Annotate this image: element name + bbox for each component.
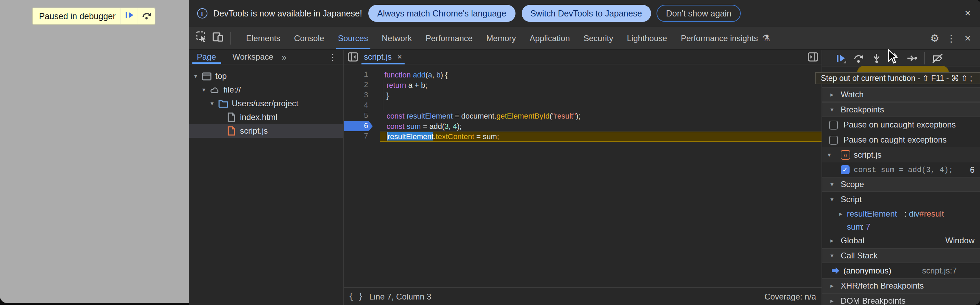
expand-arrow-icon[interactable]: ▸: [830, 237, 834, 244]
expand-arrow-icon[interactable]: ▾: [830, 196, 834, 203]
code-token: = add(: [421, 122, 444, 130]
line-number[interactable]: 5: [348, 111, 368, 121]
tab-workspace[interactable]: Workspace: [224, 50, 282, 64]
coverage-label: Coverage: n/a: [764, 292, 816, 301]
line-number[interactable]: 2: [348, 80, 368, 90]
expand-arrow-icon[interactable]: ▾: [194, 73, 197, 80]
resume-script-button[interactable]: [121, 8, 138, 24]
tab-lighthouse[interactable]: Lighthouse: [620, 27, 674, 50]
navigator-pane: Page Workspace » ⋮ ▾top▾file://▾Users/us…: [189, 50, 343, 305]
sidebar-bp-entry-const-sum-add-3-4-[interactable]: ✓const sum = add(3, 4);6: [822, 163, 980, 177]
line-number[interactable]: 4: [348, 101, 368, 111]
expand-arrow-icon[interactable]: ▾: [210, 100, 213, 107]
code-line[interactable]: }: [380, 90, 821, 101]
code-token: function: [384, 70, 411, 78]
dont-show-again-button[interactable]: Don't show again: [657, 5, 741, 22]
code-token: 4: [453, 122, 457, 130]
tree-item-top[interactable]: ▾top: [189, 69, 343, 83]
settings-button[interactable]: ⚙: [927, 30, 943, 46]
tab-elements[interactable]: Elements: [239, 27, 287, 50]
tab-performance[interactable]: Performance: [418, 27, 479, 50]
sidebar-scope-var-resultelement[interactable]: ▸resultElement: div#result: [822, 207, 980, 220]
expand-arrow-icon[interactable]: ▾: [202, 86, 205, 93]
code-line[interactable]: const sum = add(3, 4);: [380, 121, 821, 131]
step-over-button[interactable]: [850, 51, 867, 65]
code-line[interactable]: resultElement.textContent = sum;: [380, 131, 821, 142]
code-token: const: [387, 122, 405, 130]
tree-item-users-user-project[interactable]: ▾Users/user/project: [189, 97, 343, 110]
sidebar-shead-dom-breakpoints[interactable]: ▸DOM Breakpoints: [822, 293, 980, 305]
always-match-language-button[interactable]: Always match Chrome's language: [368, 5, 515, 22]
sidebar-scope-group-script[interactable]: ▾Script: [822, 192, 980, 207]
tab-memory[interactable]: Memory: [480, 27, 523, 50]
inspect-element-button[interactable]: [193, 30, 210, 46]
tab-application[interactable]: Application: [523, 27, 576, 50]
step-out-tooltip: Step out of current function - ⇧ F11 - ⌘…: [815, 72, 980, 84]
expand-arrow-icon[interactable]: ▸: [830, 297, 834, 304]
tab-close-icon[interactable]: ×: [397, 52, 402, 62]
code-line[interactable]: const resultElement = document.getElemen…: [380, 111, 821, 121]
expand-arrow-icon[interactable]: ▸: [830, 91, 834, 98]
tree-item-script-js[interactable]: script.js: [189, 124, 343, 138]
sidebar-scheck-pause-on-caught-exceptions[interactable]: Pause on caught exceptions: [822, 132, 980, 147]
scope-variable-value: : div#result: [904, 209, 944, 218]
expand-arrow-icon[interactable]: ▸: [830, 283, 834, 289]
expand-arrow-icon[interactable]: ▾: [830, 252, 834, 259]
tab-performance-insights[interactable]: Performance insights⚗: [674, 27, 777, 50]
collapse-navigator-button[interactable]: [347, 52, 358, 64]
switch-to-japanese-button[interactable]: Switch DevTools to Japanese: [521, 5, 651, 22]
checkbox-unchecked[interactable]: [829, 120, 838, 129]
toggle-device-toolbar-button[interactable]: [210, 30, 226, 46]
navigator-menu-icon[interactable]: ⋮: [328, 52, 337, 62]
infobar-close-icon[interactable]: ×: [961, 7, 974, 19]
close-devtools-button[interactable]: ×: [959, 30, 976, 46]
resume-button[interactable]: [832, 51, 850, 65]
line-number[interactable]: 3: [348, 90, 368, 101]
tree-item-index-html[interactable]: index.html: [189, 110, 343, 124]
sidebar-shead-xhr-fetch-breakpoints[interactable]: ▸XHR/fetch Breakpoints: [822, 278, 980, 293]
tab-network[interactable]: Network: [375, 27, 418, 50]
sidebar-scheck-pause-on-uncaught-exceptions[interactable]: Pause on uncaught exceptions: [822, 117, 980, 132]
editor-code[interactable]: function add(a, b) { return a + b; } con…: [380, 64, 821, 287]
code-line[interactable]: return a + b;: [380, 80, 821, 90]
step-button[interactable]: [903, 51, 921, 65]
sidebar-shead-watch[interactable]: ▸Watch: [822, 87, 980, 102]
more-options-button[interactable]: ⋮: [943, 30, 959, 46]
collapse-debugger-button[interactable]: [808, 52, 818, 64]
devtools-window: i DevTools is now available in Japanese!…: [189, 0, 980, 305]
code-line[interactable]: [380, 101, 821, 111]
expand-arrow-icon[interactable]: ▾: [830, 181, 834, 188]
sidebar-shead-breakpoints[interactable]: ▾Breakpoints: [822, 102, 980, 117]
checkbox-unchecked[interactable]: [829, 136, 838, 144]
tab-page[interactable]: Page: [189, 50, 224, 64]
step-into-button[interactable]: [867, 51, 885, 65]
editor-gutter[interactable]: 1234567: [343, 64, 380, 287]
expand-arrow-icon[interactable]: ▸: [839, 210, 842, 217]
checkbox-label: Pause on uncaught exceptions: [843, 120, 956, 129]
line-number[interactable]: 7: [348, 131, 368, 142]
sidebar-shead-scope[interactable]: ▾Scope: [822, 177, 980, 192]
step-over-button[interactable]: [138, 8, 155, 24]
sidebar-bp-group-script-js[interactable]: ▾‹›script.js: [822, 147, 980, 163]
tab-label: Console: [294, 33, 324, 43]
code-line[interactable]: function add(a, b) {: [380, 70, 821, 80]
expand-arrow-icon[interactable]: ▾: [830, 106, 834, 113]
sidebar-shead-call-stack[interactable]: ▾Call Stack: [822, 248, 980, 263]
line-number[interactable]: 1: [348, 70, 368, 80]
sidebar-scope-row-global[interactable]: ▸GlobalWindow: [822, 233, 980, 248]
line-number[interactable]: 6: [348, 121, 368, 131]
tab-sources[interactable]: Sources: [331, 27, 375, 50]
sidebar-scope-var-sum[interactable]: sum: 7: [822, 220, 980, 233]
code-token: "result": [552, 111, 576, 120]
pretty-print-icon[interactable]: { }: [349, 292, 363, 301]
more-tabs-chevron[interactable]: »: [282, 52, 286, 62]
sidebar-frame--anonymous-[interactable]: (anonymous)script.js:7: [822, 263, 980, 278]
flask-icon: ⚗: [762, 33, 770, 43]
expand-arrow-icon[interactable]: ▾: [828, 152, 831, 158]
checkbox-checked[interactable]: ✓: [841, 165, 850, 174]
tab-security[interactable]: Security: [577, 27, 620, 50]
tree-item-file-[interactable]: ▾file://: [189, 83, 343, 97]
tab-console[interactable]: Console: [287, 27, 331, 50]
deactivate-breakpoints-button[interactable]: [928, 51, 946, 65]
editor-tab-scriptjs[interactable]: script.js ×: [360, 50, 406, 64]
